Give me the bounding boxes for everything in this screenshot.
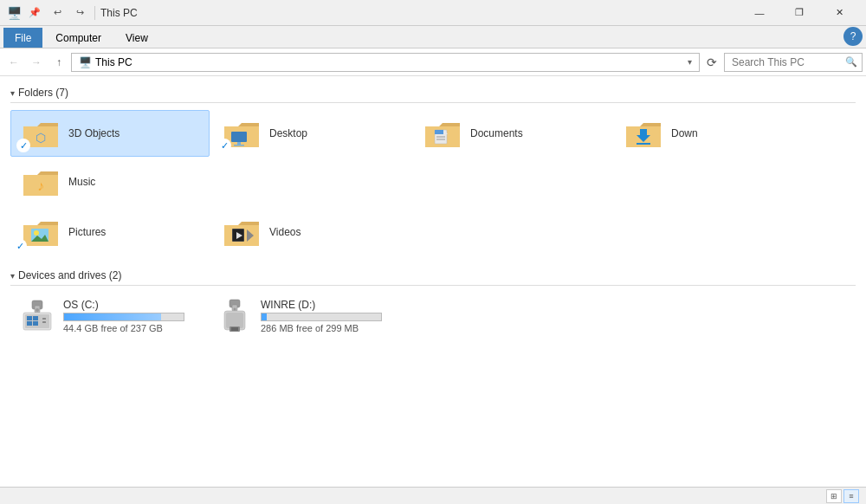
folder-item-3d-objects[interactable]: ⬡ 3D Objects ✓ bbox=[10, 110, 210, 157]
window-title: This PC bbox=[100, 7, 138, 19]
drive-d-space: 286 MB free of 299 MB bbox=[261, 323, 382, 333]
drive-d-info: WINRE (D:) 286 MB free of 299 MB bbox=[261, 299, 382, 333]
path-folder-icon: 🖥️ bbox=[79, 56, 92, 68]
svg-rect-5 bbox=[231, 132, 247, 142]
folder-label-downloads: Down bbox=[671, 127, 698, 139]
check-badge-pictures: ✓ bbox=[13, 239, 27, 253]
drives-section-header[interactable]: ▾ Devices and drives (2) bbox=[10, 269, 856, 286]
folders-chevron-icon: ▾ bbox=[10, 88, 15, 98]
up-button[interactable]: ↑ bbox=[48, 52, 69, 73]
address-path[interactable]: 🖥️ This PC ▾ bbox=[71, 53, 700, 72]
svg-rect-11 bbox=[435, 130, 443, 134]
drive-icon-d bbox=[217, 299, 252, 333]
folder-label-videos: Videos bbox=[269, 226, 301, 238]
drive-c-info: OS (C:) 44.4 GB free of 237 GB bbox=[63, 299, 184, 333]
svg-rect-39 bbox=[33, 316, 38, 320]
svg-point-46 bbox=[234, 308, 236, 311]
drive-icon-c bbox=[20, 299, 55, 333]
back-button[interactable]: ← bbox=[3, 52, 24, 73]
drive-d-fill bbox=[262, 313, 267, 320]
maximize-button[interactable]: ❐ bbox=[779, 0, 819, 26]
svg-rect-40 bbox=[27, 321, 32, 326]
undo-button[interactable]: ↩ bbox=[48, 4, 67, 22]
search-container: 🔍 bbox=[724, 53, 863, 72]
svg-rect-18 bbox=[637, 143, 650, 145]
svg-point-25 bbox=[34, 230, 39, 236]
folder-label-music: Music bbox=[68, 176, 95, 188]
path-text: This PC bbox=[95, 56, 132, 68]
folder-item-documents[interactable]: Documents bbox=[412, 110, 611, 157]
folder-item-videos[interactable]: Videos bbox=[211, 209, 410, 255]
folder-label-pictures: Pictures bbox=[68, 226, 106, 238]
close-button[interactable]: ✕ bbox=[819, 0, 859, 26]
check-badge-desktop: ✓ bbox=[217, 139, 231, 152]
status-bar: ⊞ ≡ bbox=[0, 487, 866, 504]
search-icon: 🔍 bbox=[845, 56, 857, 68]
folders-grid: ⬡ 3D Objects ✓ Desktop ✓ bbox=[10, 110, 856, 205]
main-content: ▾ Folders (7) ⬡ 3D Objects ✓ bbox=[0, 76, 866, 466]
drive-c-fill bbox=[64, 313, 161, 320]
folder-icon-videos bbox=[221, 215, 262, 249]
svg-rect-48 bbox=[226, 313, 243, 328]
tab-view[interactable]: View bbox=[114, 28, 159, 48]
window-icon: 🖥️ bbox=[7, 6, 22, 20]
folder-item-music[interactable]: ♪ Music bbox=[10, 158, 210, 205]
drive-c-name: OS (C:) bbox=[63, 299, 184, 311]
check-badge-3d-objects: ✓ bbox=[16, 139, 30, 152]
svg-rect-41 bbox=[33, 321, 38, 326]
drive-item-d[interactable]: WINRE (D:) 286 MB free of 299 MB bbox=[208, 293, 391, 339]
folder-label-3d-objects: 3D Objects bbox=[68, 127, 120, 139]
folder-label-desktop: Desktop bbox=[269, 127, 307, 139]
folder-icon-downloads bbox=[623, 116, 664, 151]
drive-c-space: 44.4 GB free of 237 GB bbox=[63, 323, 184, 333]
divider bbox=[94, 6, 95, 20]
svg-point-35 bbox=[36, 308, 39, 312]
svg-text:♪: ♪ bbox=[37, 178, 44, 193]
search-input[interactable] bbox=[724, 53, 863, 72]
svg-rect-38 bbox=[27, 316, 32, 320]
folders-grid-row2: Pictures ✓ Videos bbox=[10, 209, 856, 255]
svg-rect-6 bbox=[237, 142, 241, 145]
folders-section-label: Folders (7) bbox=[18, 87, 68, 99]
folder-item-downloads[interactable]: Down bbox=[613, 110, 812, 157]
svg-rect-43 bbox=[42, 321, 46, 323]
redo-button[interactable]: ↪ bbox=[70, 4, 89, 22]
folder-icon-music: ♪ bbox=[20, 165, 61, 199]
drive-d-bar bbox=[261, 313, 382, 321]
refresh-button[interactable]: ⟳ bbox=[701, 52, 722, 73]
drives-section-label: Devices and drives (2) bbox=[18, 269, 121, 281]
view-tiles-button[interactable]: ⊞ bbox=[826, 489, 842, 503]
drives-grid: OS (C:) 44.4 GB free of 237 GB bbox=[10, 293, 856, 339]
ribbon-tabs: File Computer View ? bbox=[0, 26, 866, 48]
view-list-button[interactable]: ≡ bbox=[843, 489, 859, 503]
address-bar: ← → ↑ 🖥️ This PC ▾ ⟳ 🔍 bbox=[0, 48, 866, 76]
folder-item-desktop[interactable]: Desktop ✓ bbox=[211, 110, 410, 157]
svg-rect-42 bbox=[42, 318, 46, 320]
svg-rect-50 bbox=[231, 327, 238, 331]
folder-item-pictures[interactable]: Pictures ✓ bbox=[10, 209, 210, 255]
folder-label-documents: Documents bbox=[470, 127, 523, 139]
folders-section-header[interactable]: ▾ Folders (7) bbox=[10, 87, 856, 103]
forward-button[interactable]: → bbox=[26, 52, 47, 73]
drive-d-name: WINRE (D:) bbox=[261, 299, 382, 311]
view-toggle-buttons: ⊞ ≡ bbox=[826, 489, 859, 503]
tab-file[interactable]: File bbox=[3, 28, 42, 48]
drive-c-bar bbox=[63, 313, 184, 321]
drives-chevron-icon: ▾ bbox=[10, 271, 15, 281]
title-bar: 🖥️ 📌 ↩ ↪ This PC — ❐ ✕ bbox=[0, 0, 866, 26]
window-controls: — ❐ ✕ bbox=[740, 0, 859, 26]
folder-icon-documents bbox=[422, 116, 463, 151]
svg-text:⬡: ⬡ bbox=[36, 131, 46, 145]
pin-button[interactable]: 📌 bbox=[25, 4, 44, 22]
help-button[interactable]: ? bbox=[843, 27, 863, 46]
drive-item-c[interactable]: OS (C:) 44.4 GB free of 237 GB bbox=[10, 293, 194, 339]
tab-computer[interactable]: Computer bbox=[44, 28, 113, 48]
address-chevron-icon: ▾ bbox=[688, 57, 692, 67]
svg-rect-7 bbox=[234, 145, 244, 146]
minimize-button[interactable]: — bbox=[740, 0, 779, 26]
